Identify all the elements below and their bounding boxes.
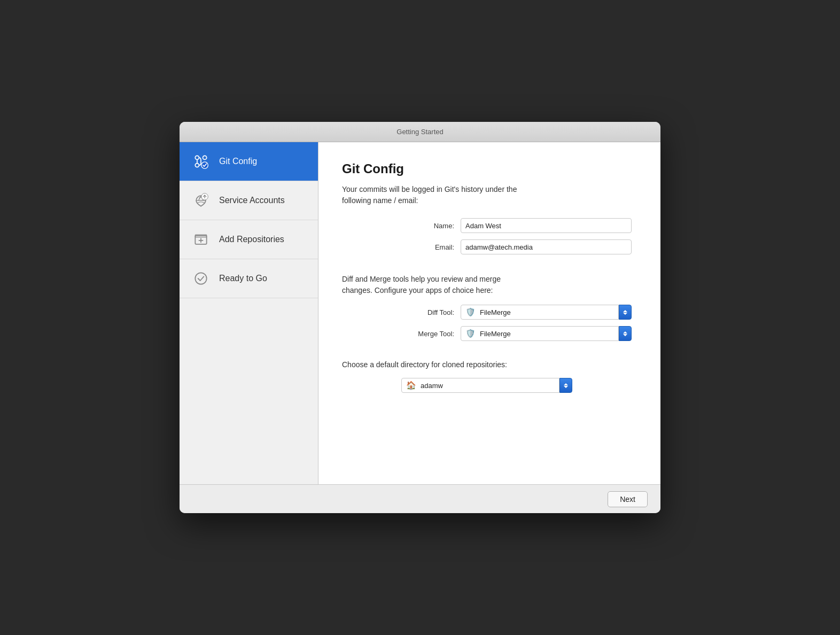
diff-tool-arrow-down bbox=[623, 313, 627, 315]
dir-display: 🏠 adamw bbox=[401, 378, 559, 393]
merge-tool-select[interactable]: 🛡️ FileMerge bbox=[461, 326, 632, 341]
dir-home-icon: 🏠 bbox=[406, 381, 416, 390]
main-content: Git Config Your commits will be logged i… bbox=[318, 142, 660, 484]
svg-point-2 bbox=[203, 156, 207, 159]
dir-arrow-down bbox=[564, 386, 568, 388]
diff-tool-display: 🛡️ FileMerge bbox=[461, 305, 619, 320]
email-row: Email: bbox=[342, 239, 637, 254]
sidebar-item-service-accounts-label: Service Accounts bbox=[219, 196, 285, 205]
diff-tool-arrow-up bbox=[623, 310, 627, 312]
merge-tool-icon: 🛡️ bbox=[465, 329, 476, 338]
name-label: Name: bbox=[422, 222, 454, 230]
add-repositories-icon bbox=[191, 230, 211, 249]
sidebar-item-git-config-label: Git Config bbox=[219, 157, 257, 166]
sidebar: Git Config bbox=[180, 142, 318, 484]
dir-arrow-up bbox=[564, 383, 568, 385]
footer: Next bbox=[180, 484, 660, 513]
diff-tool-value: FileMerge bbox=[480, 308, 511, 316]
dir-arrows[interactable] bbox=[559, 378, 572, 393]
dir-description: Choose a default directory for cloned re… bbox=[342, 359, 637, 370]
getting-started-window: Getting Started bbox=[180, 122, 660, 513]
ready-to-go-icon bbox=[191, 269, 211, 288]
merge-tool-row: Merge Tool: 🛡️ FileMerge bbox=[342, 326, 637, 341]
diff-tool-select[interactable]: 🛡️ FileMerge bbox=[461, 305, 632, 320]
sidebar-item-ready-to-go-label: Ready to Go bbox=[219, 274, 267, 283]
git-description: Your commits will be logged in Git's his… bbox=[342, 184, 637, 206]
sidebar-item-add-repositories[interactable]: Add Repositories bbox=[180, 220, 318, 259]
name-row: Name: bbox=[342, 218, 637, 233]
merge-tool-value: FileMerge bbox=[480, 330, 511, 338]
sidebar-item-git-config[interactable]: Git Config bbox=[180, 142, 318, 181]
diff-tool-label: Diff Tool: bbox=[411, 308, 454, 316]
svg-point-0 bbox=[195, 156, 199, 159]
merge-tool-display: 🛡️ FileMerge bbox=[461, 326, 619, 341]
page-title: Git Config bbox=[342, 161, 637, 176]
svg-point-10 bbox=[195, 273, 206, 284]
sidebar-item-ready-to-go[interactable]: Ready to Go bbox=[180, 259, 318, 298]
diff-tool-icon: 🛡️ bbox=[465, 307, 476, 317]
merge-tool-arrows[interactable] bbox=[619, 326, 632, 341]
merge-tool-arrow-down bbox=[623, 334, 627, 336]
merge-tool-arrow-up bbox=[623, 331, 627, 334]
sidebar-item-service-accounts[interactable]: Service Accounts bbox=[180, 181, 318, 220]
service-accounts-icon bbox=[191, 191, 211, 210]
dir-value: adamw bbox=[421, 382, 443, 390]
email-input[interactable] bbox=[461, 239, 632, 254]
directory-section: Choose a default directory for cloned re… bbox=[342, 359, 637, 393]
git-config-icon bbox=[191, 152, 211, 171]
diff-tool-arrows[interactable] bbox=[619, 305, 632, 320]
email-label: Email: bbox=[422, 243, 454, 251]
titlebar: Getting Started bbox=[180, 122, 660, 142]
dir-select[interactable]: 🏠 adamw bbox=[401, 378, 572, 393]
svg-point-1 bbox=[195, 164, 199, 167]
next-button[interactable]: Next bbox=[608, 491, 648, 507]
window-body: Git Config bbox=[180, 142, 660, 484]
diff-tool-row: Diff Tool: 🛡️ FileMerge bbox=[342, 305, 637, 320]
dir-row: 🏠 adamw bbox=[342, 378, 637, 393]
name-input[interactable] bbox=[461, 218, 632, 233]
sidebar-item-add-repositories-label: Add Repositories bbox=[219, 235, 284, 244]
window-title: Getting Started bbox=[396, 128, 443, 136]
tools-description: Diff and Merge tools help you review and… bbox=[342, 274, 637, 296]
merge-tool-label: Merge Tool: bbox=[411, 330, 454, 338]
